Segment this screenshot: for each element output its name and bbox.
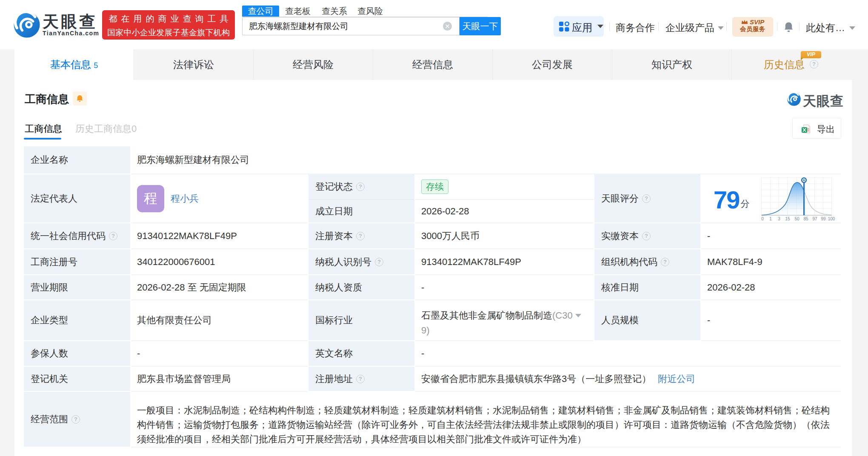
svg-text:1: 1 <box>769 217 772 221</box>
svg-text:100: 100 <box>828 217 835 221</box>
svg-text:99: 99 <box>821 217 826 221</box>
svg-text:15: 15 <box>785 217 790 221</box>
svg-text:50: 50 <box>794 217 799 221</box>
svg-text:0: 0 <box>761 217 764 221</box>
svg-text:3: 3 <box>778 217 780 221</box>
svg-text:85: 85 <box>803 217 808 221</box>
svg-text:97: 97 <box>812 217 817 221</box>
